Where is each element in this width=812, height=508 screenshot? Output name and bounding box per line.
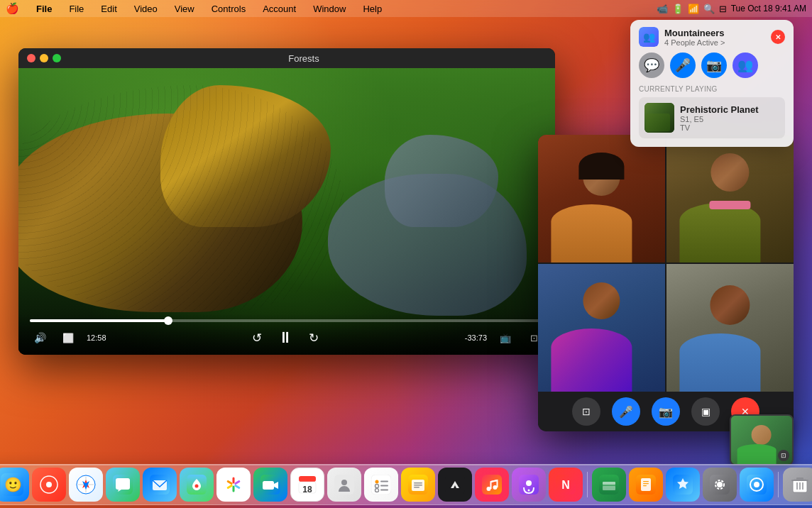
notification-card: 👥 Mountaineers 4 People Active > ✕ 💬 🎤 📷… <box>630 20 794 147</box>
menu-edit[interactable]: Edit <box>98 4 119 14</box>
svg-rect-54 <box>643 483 649 484</box>
menu-window[interactable]: Window <box>310 4 349 14</box>
notif-shareplay-button[interactable]: 👥 <box>733 53 758 78</box>
facetime-screenshare-button[interactable]: ⊡ <box>572 397 600 426</box>
dock-podcasts[interactable] <box>512 468 546 502</box>
menu-tv[interactable]: File <box>33 4 55 14</box>
dock-separator-2 <box>778 472 779 497</box>
tv-window-title: Forests <box>61 53 547 64</box>
forward-10s-button[interactable]: ↻ <box>304 328 324 348</box>
dock-maps[interactable] <box>180 468 214 502</box>
menu-account[interactable]: Account <box>260 4 299 14</box>
content-info: Prehistoric Planet S1, E5 TV <box>680 104 759 132</box>
content-type: TV <box>680 123 759 132</box>
svg-rect-65 <box>791 480 808 481</box>
dock-notes[interactable] <box>401 468 435 502</box>
svg-rect-53 <box>643 481 649 482</box>
time-remaining: -33:73 <box>465 333 487 342</box>
dock-photos[interactable] <box>216 468 251 502</box>
dock-portrait[interactable] <box>740 468 774 502</box>
notif-close-button[interactable]: ✕ <box>771 30 785 44</box>
facetime-window: ⊡ 🎤 📷 ▣ ✕ <box>538 135 794 431</box>
time-elapsed: 12:58 <box>87 333 106 342</box>
notif-audio-button[interactable]: 🎤 <box>670 53 696 78</box>
content-title: Prehistoric Planet <box>680 104 759 115</box>
dock-mail[interactable] <box>143 468 177 502</box>
dock-sysprefs[interactable] <box>703 468 737 502</box>
svg-rect-36 <box>414 487 419 488</box>
svg-rect-19 <box>299 476 316 482</box>
menu-controls[interactable]: Controls <box>209 4 248 14</box>
dock: 🙂 18OCT <box>0 464 812 505</box>
dock-pages[interactable] <box>629 468 663 502</box>
controlcenter-icon[interactable]: ⊟ <box>719 4 727 14</box>
dock-calendar[interactable]: 18OCT <box>290 468 324 502</box>
progress-thumb[interactable] <box>164 316 172 325</box>
menubar-right: 📹 🔋 📶 🔍 ⊟ Tue Oct 18 9:41 AM <box>657 4 806 14</box>
notif-action-buttons: 💬 🎤 📷 👥 <box>639 53 785 78</box>
svg-rect-50 <box>603 482 615 485</box>
facetime-pip-button[interactable]: ▣ <box>691 397 720 426</box>
battery-icon: 🔋 <box>672 4 684 14</box>
facetime-mic-button[interactable]: 🎤 <box>612 397 640 426</box>
airplay-button[interactable]: 📺 <box>495 328 515 348</box>
notif-message-button[interactable]: 💬 <box>639 53 664 78</box>
apple-menu[interactable]: 🍎 <box>6 2 19 15</box>
svg-point-3 <box>46 482 52 487</box>
svg-rect-38 <box>482 475 502 495</box>
datetime-display: Tue Oct 18 9:41 AM <box>731 4 806 13</box>
menu-help[interactable]: Help <box>360 4 385 14</box>
svg-rect-55 <box>643 485 647 486</box>
notif-video-button[interactable]: 📷 <box>701 53 727 78</box>
svg-text:N: N <box>561 479 570 491</box>
notif-group-sub[interactable]: 4 People Active > <box>664 38 765 47</box>
menu-view[interactable]: View <box>172 4 197 14</box>
desktop: 🍎 File File Edit Video View Controls Acc… <box>0 0 812 508</box>
menubar: 🍎 File File Edit Video View Controls Acc… <box>0 0 812 17</box>
svg-text:🙂: 🙂 <box>4 476 22 493</box>
wifi-icon: 📶 <box>688 4 699 14</box>
dock-news[interactable]: N <box>549 468 583 502</box>
currently-playing-section[interactable]: Prehistoric Planet S1, E5 TV <box>639 97 785 138</box>
volume-button[interactable]: 🔊 <box>30 328 50 348</box>
menubar-left: 🍎 File File Edit Video View Controls Acc… <box>6 2 385 15</box>
video-content: 🔊 ⬜ 12:58 ↺ ⏸ ↻ -33:73 📺 ⊡ <box>18 68 555 355</box>
dock-music[interactable] <box>475 468 509 502</box>
progress-bar[interactable] <box>30 319 544 322</box>
fullscreen-button[interactable] <box>53 54 61 62</box>
svg-rect-49 <box>603 486 615 490</box>
svg-rect-52 <box>641 478 651 491</box>
svg-point-43 <box>526 480 532 486</box>
svg-point-62 <box>754 482 759 487</box>
facetime-status-icon: 📹 <box>657 4 668 14</box>
notif-header: 👥 Mountaineers 4 People Active > ✕ <box>639 27 785 47</box>
facetime-camera-button[interactable]: 📷 <box>652 397 680 426</box>
currently-playing-label: Currently Playing <box>639 85 785 93</box>
dock-reminders[interactable] <box>364 468 398 502</box>
search-icon[interactable]: 🔍 <box>703 4 715 14</box>
dock-finder[interactable]: 🙂 <box>0 468 29 502</box>
dock-appstore[interactable] <box>666 468 700 502</box>
facetime-participant-3 <box>538 264 665 392</box>
dock-messages[interactable] <box>106 468 140 502</box>
dock-contacts[interactable] <box>327 468 361 502</box>
notif-app-icon: 👥 <box>639 27 659 47</box>
dock-numbers[interactable] <box>592 468 626 502</box>
menu-file[interactable]: File <box>66 4 87 14</box>
svg-rect-17 <box>263 481 274 490</box>
dock-trash[interactable] <box>783 468 812 502</box>
dock-facetime[interactable] <box>253 468 287 502</box>
menu-video[interactable]: Video <box>131 4 160 14</box>
dino2-head <box>385 135 498 227</box>
rewind-10s-button[interactable]: ↺ <box>247 328 267 348</box>
close-button[interactable] <box>27 54 35 62</box>
minimize-button[interactable] <box>40 54 48 62</box>
notif-group-name: Mountaineers <box>664 28 765 38</box>
dock-safari[interactable] <box>69 468 103 502</box>
dock-appletv[interactable] <box>438 468 472 502</box>
play-pause-button[interactable]: ⏸ <box>275 328 295 348</box>
dock-separator <box>587 472 588 497</box>
subtitle-button[interactable]: ⬜ <box>58 328 78 348</box>
svg-rect-25 <box>371 475 391 495</box>
dock-launchpad[interactable] <box>32 468 66 502</box>
